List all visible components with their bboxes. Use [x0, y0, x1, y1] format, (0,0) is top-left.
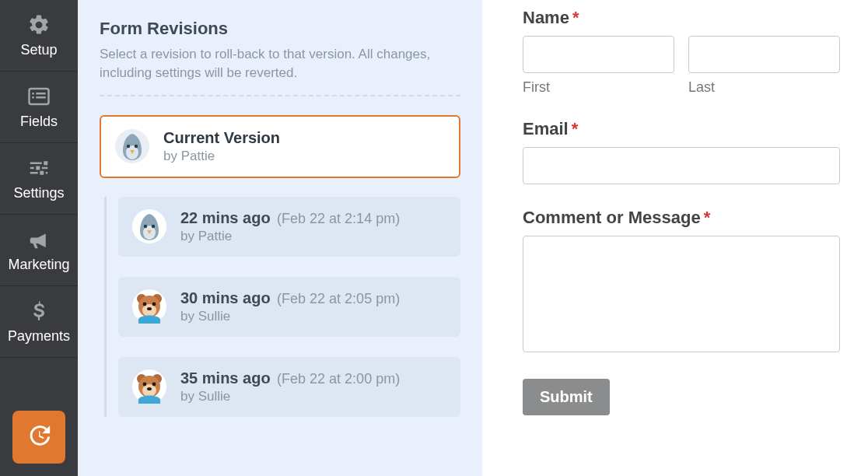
last-sublabel: Last [688, 79, 840, 96]
svg-point-7 [127, 145, 130, 148]
submit-button[interactable]: Submit [523, 379, 610, 415]
svg-point-12 [152, 225, 155, 228]
revision-time-row: 22 mins ago (Feb 22 at 2:14 pm) [180, 209, 400, 227]
revision-time-row: 30 mins ago (Feb 22 at 2:05 pm) [180, 289, 400, 307]
gear-icon [26, 12, 51, 37]
svg-point-18 [143, 303, 147, 306]
svg-point-20 [147, 307, 152, 310]
svg-point-19 [152, 303, 156, 306]
avatar-bear-icon [132, 369, 166, 404]
svg-point-28 [147, 387, 152, 390]
sidebar-label: Settings [13, 185, 64, 201]
revision-current-byline: by Pattie [163, 149, 280, 164]
revisions-history-button[interactable] [12, 411, 65, 464]
svg-point-26 [143, 383, 147, 387]
revision-byline: by Pattie [180, 229, 400, 244]
sidebar-item-payments[interactable]: Payments [0, 286, 78, 358]
required-asterisk: * [704, 208, 711, 227]
avatar-bear-icon [132, 289, 166, 324]
sliders-icon [26, 156, 51, 180]
email-label: Email* [523, 119, 840, 139]
svg-rect-4 [36, 96, 46, 99]
revisions-panel: Form Revisions Select a revision to roll… [78, 0, 482, 476]
svg-point-8 [135, 145, 138, 148]
svg-rect-1 [32, 93, 34, 95]
sidebar-label: Setup [20, 42, 57, 58]
email-input[interactable] [523, 147, 840, 184]
first-name-input[interactable] [523, 36, 674, 73]
svg-rect-2 [36, 93, 46, 95]
svg-rect-3 [32, 96, 34, 99]
avatar-bird-icon [132, 209, 166, 243]
history-icon [26, 422, 52, 452]
svg-point-27 [152, 383, 156, 387]
revision-list: 22 mins ago (Feb 22 at 2:14 pm) by Patti… [100, 197, 460, 417]
revisions-description: Select a revision to roll-back to that v… [100, 45, 460, 82]
revision-item[interactable]: 35 mins ago (Feb 22 at 2:00 pm) by Sulli… [118, 357, 460, 417]
list-icon [26, 84, 51, 109]
revisions-title: Form Revisions [100, 19, 460, 39]
message-label: Comment or Message* [523, 208, 840, 228]
sidebar-label: Payments [8, 328, 70, 345]
revision-byline: by Sullie [180, 309, 400, 324]
revision-item[interactable]: 22 mins ago (Feb 22 at 2:14 pm) by Patti… [118, 197, 460, 257]
sidebar-item-settings[interactable]: Settings [0, 143, 78, 215]
sidebar-label: Marketing [8, 257, 69, 273]
last-name-input[interactable] [688, 36, 840, 73]
revision-byline: by Sullie [180, 389, 400, 404]
dollar-icon [26, 299, 51, 324]
revision-current-title: Current Version [163, 129, 280, 147]
revision-item[interactable]: 30 mins ago (Feb 22 at 2:05 pm) by Sulli… [118, 277, 460, 337]
message-textarea[interactable] [523, 236, 840, 352]
sidebar-item-setup[interactable]: Setup [0, 0, 78, 72]
first-sublabel: First [523, 79, 674, 96]
revision-current[interactable]: Current Version by Pattie [100, 115, 460, 178]
sidebar-label: Fields [20, 114, 58, 130]
form-preview: Name* First Last Email* Comment or Messa… [482, 0, 868, 476]
builder-sidebar: Setup Fields Settings Marketing Payments [0, 0, 78, 476]
name-label: Name* [523, 8, 840, 28]
avatar-bird-icon [115, 129, 149, 163]
required-asterisk: * [572, 8, 579, 27]
bullhorn-icon [26, 227, 51, 252]
revision-time-row: 35 mins ago (Feb 22 at 2:00 pm) [180, 369, 400, 387]
svg-point-11 [144, 225, 147, 228]
sidebar-item-marketing[interactable]: Marketing [0, 215, 78, 286]
sidebar-item-fields[interactable]: Fields [0, 72, 78, 143]
divider [100, 95, 460, 96]
required-asterisk: * [572, 119, 579, 138]
